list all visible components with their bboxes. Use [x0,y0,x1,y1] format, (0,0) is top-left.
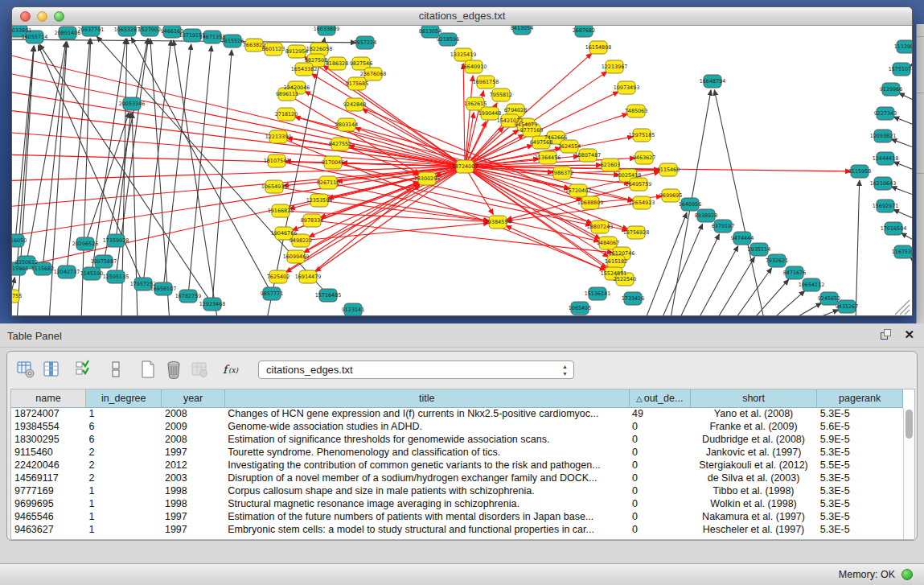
network-select[interactable]: citations_edges.txt▲▼ [258,360,574,379]
table-cell[interactable]: Hescheler et al. (1997) [690,523,816,536]
table-cell[interactable]: 9777169 [11,484,85,497]
table-cell[interactable]: 1 [85,407,161,420]
table-cell[interactable]: 1 [85,510,161,523]
table-cell[interactable]: 5.3E-5 [817,446,903,459]
table-cell[interactable]: 9699695 [11,497,85,510]
table-row[interactable]: 946362711997Embryonic stem cells: a mode… [11,523,903,536]
column-header-in_degree[interactable]: in_degree [85,389,161,407]
table-cell[interactable]: Disruption of a novel member of a sodium… [224,472,629,484]
column-header-name[interactable]: name [11,389,85,407]
table-cell[interactable]: 2008 [162,433,224,446]
show-column-icon[interactable] [41,359,62,380]
table-cell[interactable]: 22420046 [11,459,85,472]
table-cell[interactable]: 0 [629,484,690,497]
table-cell[interactable]: Yano et al. (2008) [690,407,816,420]
table-cell[interactable]: 14569117 [11,472,85,484]
table-cell[interactable]: Genome-wide association studies in ADHD. [224,420,629,433]
table-cell[interactable]: Tibbo et al. (1998) [690,484,816,497]
table-cell[interactable]: Changes of HCN gene expression and I(f) … [224,407,629,420]
table-cell[interactable]: 1997 [162,523,224,536]
table-cell[interactable]: 5.3E-5 [817,510,903,523]
table-cell[interactable]: 0 [629,523,690,536]
table-cell[interactable]: Estimation of the future numbers of pati… [224,510,629,523]
table-row[interactable]: 946554611997Estimation of the future num… [11,510,903,523]
table-cell[interactable]: 19384554 [11,420,85,433]
table-cell[interactable]: 2 [85,459,161,472]
table-cell[interactable]: Wolkin et al. (1998) [690,497,816,510]
table-cell[interactable]: 1 [85,497,161,510]
new-document-icon[interactable] [138,359,158,380]
column-header-short[interactable]: short [690,389,816,407]
column-checklist-icon[interactable] [73,359,94,380]
table-cell[interactable]: Stergiakouli et al. (2012) [690,459,816,472]
table-cell[interactable]: 1998 [162,497,224,510]
table-row[interactable]: 969969511998Structural magnetic resonanc… [11,497,903,510]
table-row[interactable]: 2242004622012Investigating the contribut… [11,459,903,472]
table-cell[interactable]: Structural magnetic resonance image aver… [224,497,629,510]
table-settings-icon[interactable] [15,359,36,380]
table-cell[interactable]: 6 [85,420,161,433]
table-cell[interactable]: 5.3E-5 [817,497,903,510]
table-cell[interactable]: 0 [629,459,690,472]
table-cell[interactable]: 18300295 [11,433,85,446]
table-cell[interactable]: Corpus callosum shape and size in male p… [224,484,629,497]
table-row[interactable]: 1872400712008Changes of HCN gene express… [11,407,903,420]
table-cell[interactable]: 18724007 [11,407,85,420]
table-scrollbar[interactable] [903,408,914,539]
table-cell[interactable]: de Silva et al. (2003) [690,472,816,484]
table-cell[interactable]: 5.9E-5 [817,433,903,446]
table-cell[interactable]: 5.5E-5 [817,459,903,472]
table-cell[interactable]: Tourette syndrome. Phenomenology and cla… [224,446,629,459]
table-scrollbar-thumb[interactable] [906,410,913,439]
table-row[interactable]: 977716911998Corpus callosum shape and si… [11,484,903,497]
table-cell[interactable]: 49 [629,407,690,420]
table-cell[interactable]: 5.6E-5 [817,420,903,433]
table-cell[interactable]: 1 [85,523,161,536]
table-cell[interactable]: 2009 [162,420,224,433]
table-row[interactable]: 1456911722003Disruption of a novel membe… [11,472,903,484]
table-cell[interactable]: 0 [629,446,690,459]
table-cell[interactable]: Estimation of significance thresholds fo… [224,433,629,446]
table-cell[interactable]: Nakamura et al. (1997) [690,510,816,523]
column-header-title[interactable]: title [224,389,629,407]
function-builder-icon[interactable]: f(x) [221,359,242,380]
table-cell[interactable]: 2012 [162,459,224,472]
table-cell[interactable]: 5.3E-5 [817,472,903,484]
table-cell[interactable]: 1998 [162,484,224,497]
table-cell[interactable]: 5.3E-5 [817,484,903,497]
table-cell[interactable]: 2003 [162,472,224,484]
table-cell[interactable]: Dudbridge et al. (2008) [690,433,816,446]
column-header-pagerank[interactable]: pagerank [817,389,903,407]
table-cell[interactable]: Franke et al. (2009) [690,420,816,433]
float-window-icon[interactable] [880,328,893,341]
table-cell[interactable]: 5.3E-5 [817,407,903,420]
table-cell[interactable]: 9115460 [11,446,85,459]
import-table-icon[interactable] [189,359,210,380]
table-cell[interactable]: Investigating the contribution of common… [224,459,629,472]
delete-trash-icon[interactable] [163,359,184,380]
network-window-titlebar[interactable]: citations_edges.txt [12,7,912,26]
table-row[interactable]: 1938455462009Genome-wide association stu… [11,420,903,433]
table-cell[interactable]: 0 [629,433,690,446]
table-cell[interactable]: Embryonic stem cells: a model to study s… [224,523,629,536]
table-row[interactable]: 1830029562008Estimation of significance … [11,433,903,446]
row-height-icon[interactable] [105,359,126,380]
network-view[interactable]: 1603380114055714208914062093779110653287… [12,26,912,315]
table-cell[interactable]: 1997 [162,446,224,459]
table-cell[interactable]: 2 [85,446,161,459]
table-cell[interactable]: 0 [629,472,690,484]
table-cell[interactable]: 1 [85,484,161,497]
table-cell[interactable]: 5.3E-5 [817,523,903,536]
table-cell[interactable]: 9463627 [11,523,85,536]
table-row[interactable]: 911546021997Tourette syndrome. Phenomeno… [11,446,903,459]
table-cell[interactable]: 0 [629,420,690,433]
table-cell[interactable]: 0 [629,510,690,523]
table-cell[interactable]: 0 [629,497,690,510]
close-panel-icon[interactable]: ✕ [904,328,914,341]
table-cell[interactable]: 2008 [162,407,224,420]
table-cell[interactable]: 2 [85,472,161,484]
table-cell[interactable]: 6 [85,433,161,446]
column-header-year[interactable]: year [162,389,224,407]
table-cell[interactable]: 1997 [162,510,224,523]
table-cell[interactable]: 9465546 [11,510,85,523]
